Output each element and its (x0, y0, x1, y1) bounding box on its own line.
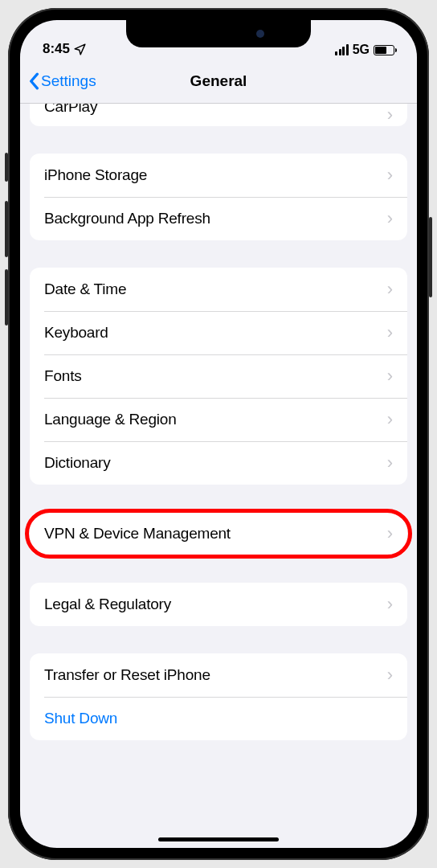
chevron-right-icon: › (387, 452, 393, 473)
back-label: Settings (41, 72, 96, 90)
volume-down-button (5, 269, 8, 326)
row-vpn-device-management[interactable]: VPN & Device Management › (30, 512, 407, 555)
location-icon (73, 43, 87, 56)
row-shut-down[interactable]: Shut Down (30, 697, 407, 740)
notch (126, 20, 311, 47)
page-title: General (190, 72, 247, 90)
row-background-app-refresh[interactable]: Background App Refresh › (30, 197, 407, 240)
group-system: Date & Time › Keyboard › Fonts › Languag… (30, 268, 407, 485)
chevron-right-icon: › (387, 594, 393, 615)
row-label: CarPlay (44, 104, 387, 116)
chevron-right-icon: › (387, 208, 393, 229)
nav-bar: Settings General (20, 59, 417, 104)
row-label: Language & Region (44, 411, 387, 428)
row-label: Date & Time (44, 280, 387, 298)
row-keyboard[interactable]: Keyboard › (30, 311, 407, 354)
chevron-right-icon: › (387, 279, 393, 300)
chevron-right-icon: › (387, 104, 393, 125)
side-button (429, 217, 432, 297)
home-indicator[interactable] (158, 837, 279, 841)
row-date-time[interactable]: Date & Time › (30, 268, 407, 311)
group-carplay: CarPlay › (30, 104, 407, 126)
group-reset: Transfer or Reset iPhone › Shut Down (30, 653, 407, 740)
row-label: Background App Refresh (44, 210, 387, 227)
signal-icon (335, 44, 349, 55)
screen: 8:45 5G Settings General (20, 20, 417, 848)
chevron-right-icon: › (387, 523, 393, 544)
row-label: Fonts (44, 367, 387, 385)
volume-up-button (5, 201, 8, 257)
chevron-right-icon: › (387, 366, 393, 387)
row-legal-regulatory[interactable]: Legal & Regulatory › (30, 583, 407, 626)
battery-icon (374, 45, 394, 55)
status-time: 8:45 (43, 41, 70, 57)
chevron-right-icon: › (387, 165, 393, 186)
row-label: VPN & Device Management (44, 525, 387, 542)
row-carplay[interactable]: CarPlay › (30, 104, 407, 126)
chevron-left-icon (28, 72, 39, 90)
phone-frame: 8:45 5G Settings General (8, 8, 429, 860)
group-storage: iPhone Storage › Background App Refresh … (30, 154, 407, 240)
network-label: 5G (353, 43, 370, 57)
back-button[interactable]: Settings (28, 72, 96, 90)
mute-switch (5, 153, 8, 182)
row-label: Dictionary (44, 454, 387, 472)
chevron-right-icon: › (387, 322, 393, 343)
content-scroll[interactable]: CarPlay › iPhone Storage › Background Ap… (20, 104, 417, 840)
chevron-right-icon: › (387, 665, 393, 686)
row-label: Shut Down (44, 710, 393, 727)
row-label: Keyboard (44, 324, 387, 342)
row-dictionary[interactable]: Dictionary › (30, 441, 407, 485)
row-label: iPhone Storage (44, 166, 387, 184)
group-vpn: VPN & Device Management › (30, 512, 407, 555)
chevron-right-icon: › (387, 409, 393, 430)
row-iphone-storage[interactable]: iPhone Storage › (30, 154, 407, 197)
row-fonts[interactable]: Fonts › (30, 354, 407, 398)
highlighted-group: VPN & Device Management › (30, 512, 407, 555)
row-label: Legal & Regulatory (44, 596, 387, 613)
row-transfer-reset[interactable]: Transfer or Reset iPhone › (30, 653, 407, 697)
group-legal: Legal & Regulatory › (30, 583, 407, 626)
row-language-region[interactable]: Language & Region › (30, 398, 407, 441)
row-label: Transfer or Reset iPhone (44, 666, 387, 684)
